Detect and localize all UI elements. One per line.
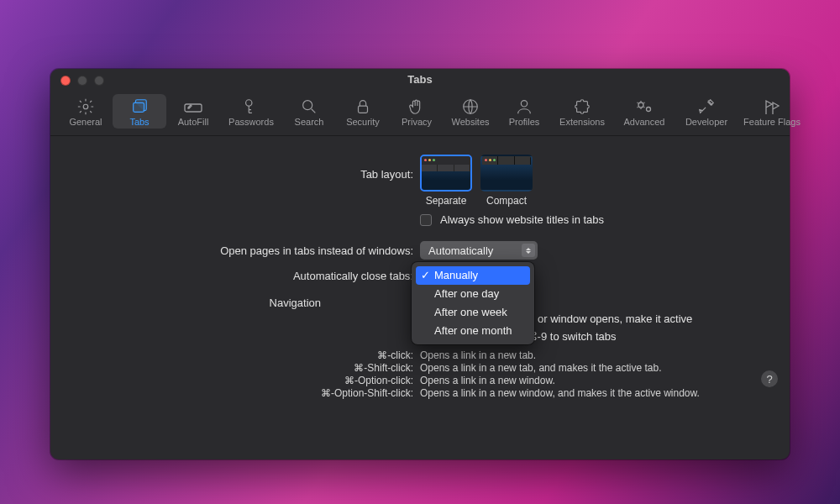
open-pages-popup[interactable]: Automatically — [420, 241, 538, 260]
dropdown-item-one-month[interactable]: After one month — [416, 322, 530, 340]
tab-privacy[interactable]: Privacy — [390, 94, 444, 129]
tab-layout-label: Tab layout: — [50, 155, 420, 181]
always-show-titles-checkbox[interactable] — [420, 214, 432, 226]
tab-general[interactable]: General — [59, 94, 113, 129]
zoom-window-button[interactable] — [94, 76, 104, 86]
svg-point-9 — [647, 108, 651, 112]
search-icon — [282, 97, 336, 117]
svg-rect-5 — [359, 106, 368, 113]
person-icon — [497, 97, 551, 117]
preferences-toolbar: General Tabs AutoFill Passwords Search S… — [50, 91, 790, 136]
tab-security[interactable]: Security — [336, 94, 390, 129]
key-icon — [220, 97, 282, 117]
svg-point-0 — [83, 104, 88, 109]
svg-point-7 — [521, 101, 527, 107]
svg-rect-2 — [185, 104, 202, 112]
hand-icon — [390, 97, 444, 117]
chevron-updown-icon — [522, 244, 535, 257]
svg-point-4 — [303, 101, 312, 110]
tab-tabs[interactable]: Tabs — [113, 94, 166, 129]
tabs-icon — [113, 97, 166, 117]
dropdown-item-one-day[interactable]: After one day — [416, 285, 530, 303]
svg-point-3 — [246, 100, 252, 106]
tab-autofill[interactable]: AutoFill — [166, 94, 220, 129]
help-button[interactable]: ? — [761, 370, 778, 387]
content-area: Tab layout: Separate Compact Always show… — [50, 136, 790, 399]
tools-icon — [675, 97, 738, 117]
globe-icon — [444, 97, 497, 117]
preferences-window: Tabs General Tabs AutoFill Passwords Sea… — [50, 69, 790, 459]
gear-icon — [59, 97, 113, 117]
tab-websites[interactable]: Websites — [444, 94, 497, 129]
window-title: Tabs — [407, 73, 432, 86]
dropdown-item-manually[interactable]: Manually — [416, 266, 530, 285]
navigation-label: Navigation — [50, 297, 328, 309]
puzzle-icon — [551, 97, 613, 117]
shortcuts-table: ⌘-click:Opens a link in a new tab. ⌘-Shi… — [50, 349, 790, 399]
traffic-lights — [60, 76, 104, 86]
tab-developer[interactable]: Developer — [675, 94, 738, 129]
open-pages-label: Open pages in tabs instead of windows: — [50, 244, 420, 257]
tab-passwords[interactable]: Passwords — [220, 94, 282, 129]
tab-layout-compact[interactable]: Compact — [480, 155, 533, 207]
dropdown-item-one-week[interactable]: After one week — [416, 303, 530, 322]
lock-icon — [336, 97, 390, 117]
tab-advanced[interactable]: Advanced — [613, 94, 675, 129]
gears-icon — [613, 97, 675, 117]
flags-icon — [738, 97, 806, 117]
minimize-window-button[interactable] — [77, 76, 87, 86]
tab-layout-separate[interactable]: Separate — [420, 155, 472, 207]
tab-profiles[interactable]: Profiles — [497, 94, 551, 129]
tab-search[interactable]: Search — [282, 94, 336, 129]
always-show-titles-label: Always show website titles in tabs — [440, 213, 604, 226]
auto-close-label: Automatically close tabs: — [50, 270, 420, 282]
pencil-field-icon — [166, 97, 220, 117]
close-window-button[interactable] — [60, 76, 71, 86]
tab-extensions[interactable]: Extensions — [551, 94, 613, 129]
titlebar: Tabs — [50, 69, 790, 91]
tab-feature-flags[interactable]: Feature Flags — [738, 94, 806, 129]
auto-close-dropdown: Manually After one day After one week Af… — [412, 262, 534, 344]
svg-point-8 — [638, 102, 643, 108]
